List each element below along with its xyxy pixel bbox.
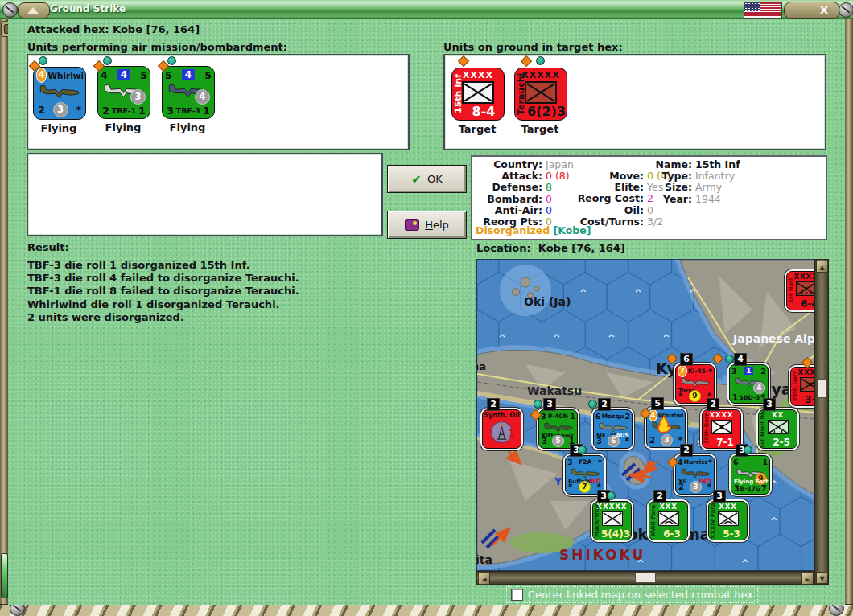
ok-button-label: OK <box>427 173 443 185</box>
window-frame-bottom <box>0 604 853 616</box>
unit-state-label: Target <box>451 123 503 135</box>
stack-count-badge: 2 <box>653 490 666 503</box>
help-button-label: Help <box>425 219 449 231</box>
check-icon: ✔ <box>411 172 422 187</box>
center-map-checkbox-row[interactable]: Center linked map on selected combat hex <box>506 586 758 603</box>
unit-counter-f2a-buffalo[interactable]: 3F2A*BuffaloIND*7* <box>565 455 604 495</box>
combat-map[interactable]: Oki (Ja)Japanese AlpsWakatsuKyotoNagoyaT… <box>476 259 814 571</box>
screw-icon <box>839 2 853 18</box>
stack-count-badge: 2 <box>707 398 719 411</box>
unit-counter-macarthur[interactable]: MacArthurXXXXX5(4)3 <box>592 501 632 540</box>
map-label-wakatsu: Wakatsu <box>527 384 582 397</box>
location-label: Location: <box>476 242 531 254</box>
scroll-down-button[interactable]: ▼ <box>816 572 828 584</box>
info-row-defense: Defense:8 <box>476 181 574 192</box>
unit-symbol-icon <box>768 420 789 434</box>
status-dot-marker <box>744 446 752 454</box>
info-row-bombard: Bombard:0 <box>476 193 574 204</box>
close-button[interactable]: X <box>784 2 840 19</box>
result-line: Whirlwind die roll 1 disorganized Terauc… <box>27 298 299 311</box>
unit-counter-29th-garr[interactable]: 29th GarrXXXX3-1 <box>790 367 814 406</box>
unit-counter-30th-garr[interactable]: 30th GarrXXXX7-1 <box>702 409 741 449</box>
unit-counter-15th-inf[interactable]: 15th InfXXXX8-4 <box>451 68 505 121</box>
unit-cell-tbf-1: 44532TBF-11Flying <box>97 55 149 134</box>
ground-units-panel: 15th InfXXXX8-4TargetTerauchiXXXXX6(2)3T… <box>443 54 826 150</box>
ok-button[interactable]: ✔ OK <box>387 165 467 193</box>
map-label-shikoku: SHIKOKU <box>559 547 645 563</box>
center-map-checkbox[interactable] <box>511 589 523 601</box>
info-row-size: Size:Army <box>650 181 740 192</box>
status-dot-marker <box>39 56 47 65</box>
unit-cell-whirlwind: 4Whirlwind*23*Flying <box>33 55 84 134</box>
map-horizontal-scrollbar[interactable]: ◄ ► <box>476 571 814 585</box>
map-region: Oki (Ja)Japanese AlpsWakatsuKyotoNagoyaT… <box>476 259 829 585</box>
attacked-hex-header: Attacked hex: Kobe [76, 164] <box>27 23 200 35</box>
status-dot-marker <box>607 491 616 500</box>
info-row-oil: Oil:0 <box>565 204 671 216</box>
result-text: TBF-3 die roll 1 disorganized 15th Inf.T… <box>27 259 299 324</box>
result-line: TBF-1 die roll 8 failed to disorganize T… <box>27 285 299 298</box>
orange-diamond-marker <box>458 55 469 67</box>
unit-counter-1st-natl[interactable]: 1st NatlXXXX6-4 <box>786 271 814 310</box>
unit-symbol-icon <box>796 281 815 296</box>
unit-counter-xxxiv-para[interactable]: XXXIV ParaXXX5-3 <box>708 501 748 540</box>
unit-counter-synth-oil[interactable]: Synth. Oil1 <box>482 409 521 449</box>
unit-symbol-icon <box>525 81 557 104</box>
help-button[interactable]: Help <box>387 211 467 239</box>
unit-info-col3: Name:15th InfType:InfantrySize:ArmyYear:… <box>650 158 740 204</box>
info-row-type: Type:Infantry <box>650 170 740 181</box>
unit-state-label: Flying <box>33 122 84 134</box>
title-bar[interactable]: Ground Strike X <box>0 0 853 20</box>
unit-symbol-icon <box>800 377 815 392</box>
scroll-left-button[interactable]: ◄ <box>478 573 490 585</box>
stack-count-badge: 2 <box>487 398 500 411</box>
unit-symbol-icon <box>711 420 732 434</box>
horizontal-scroll-thumb[interactable] <box>635 573 656 583</box>
unit-status-line: Disorganized [Kobe] <box>476 224 591 236</box>
status-dot-marker <box>725 355 734 363</box>
stack-count-badge: 5 <box>651 397 664 410</box>
unit-counter-tbf-1[interactable]: 44532TBF-11 <box>97 66 150 119</box>
unit-counter-terauchi[interactable]: TerauchiXXXXX6(2)3 <box>514 68 567 121</box>
unit-counter-xviii-para[interactable]: XVIII ParaXXX6-3 <box>649 501 688 540</box>
unit-counter-p-40n[interactable]: 3P-40N1Kittyhawk351 <box>538 409 578 449</box>
close-icon: X <box>820 4 828 16</box>
status-dot-marker <box>103 56 112 65</box>
vertical-scroll-thumb[interactable] <box>817 379 827 398</box>
info-row-year: Year:1944 <box>650 193 740 204</box>
unit-state-label: Flying <box>162 121 213 133</box>
unit-counter-whirlwind[interactable]: 4Whirlwind*23* <box>33 67 86 120</box>
info-row-name: Name:15th Inf <box>650 158 740 170</box>
unit-symbol-icon <box>602 511 623 526</box>
stack-count-badge: 6 <box>680 353 693 366</box>
window-menu-button[interactable] <box>18 2 50 18</box>
status-dot-marker <box>588 400 597 409</box>
center-map-checkbox-label: Center linked map on selected combat hex <box>528 589 753 601</box>
unit-cell-tbf-3: 54543TBF-31Flying <box>162 55 213 134</box>
unit-state-label: Target <box>514 123 566 135</box>
ground-strike-window: { "window": { "title": "Ground Strike", … <box>0 0 853 616</box>
info-row-country: Country:Japan <box>476 158 574 170</box>
result-line: TBF-3 die roll 1 disorganized 15th Inf. <box>27 259 299 272</box>
unit-counter-b-17g[interactable]: 619Flying Fort3B-17G7 <box>731 455 770 495</box>
stack-count-badge: 3 <box>763 398 776 411</box>
frame-slider-decor <box>1 553 8 598</box>
unit-counter-mosquito[interactable]: 6Mosquito2Mk. 40AUS36* <box>593 409 633 449</box>
info-row-antiair: Anti-Air:0 <box>476 204 574 216</box>
air-units-panel: 4Whirlwind*23*Flying44532TBF-11Flying545… <box>27 54 410 150</box>
ground-panel-title: Units on ground in target hex: <box>443 41 623 53</box>
scroll-right-button[interactable]: ► <box>801 573 814 585</box>
unit-cell-15th-inf: 15th InfXXXX8-4Target <box>451 55 503 135</box>
scroll-up-button[interactable]: ▲ <box>816 261 828 273</box>
info-row-attack: Attack:0 (8) <box>476 170 574 181</box>
status-dot-marker <box>578 446 587 454</box>
unit-counter-tbf-3[interactable]: 54543TBF-31 <box>162 66 215 119</box>
orange-diamond-marker <box>712 353 723 364</box>
unit-counter-1st-mixd-div[interactable]: 1st Mixd DivXX2-5 <box>758 409 797 449</box>
result-title: Result: <box>27 241 69 253</box>
map-vertical-scrollbar[interactable]: ▲ ▼ <box>814 259 829 585</box>
unit-state-label: Flying <box>97 121 149 133</box>
unit-counter-whirlwind-map[interactable]: 4Whirlwind*23* <box>646 409 686 448</box>
unit-counter-hurricane-xii[interactable]: 4Hurricane*XIIIND23* <box>675 455 715 495</box>
aircraft-icon <box>35 81 84 102</box>
